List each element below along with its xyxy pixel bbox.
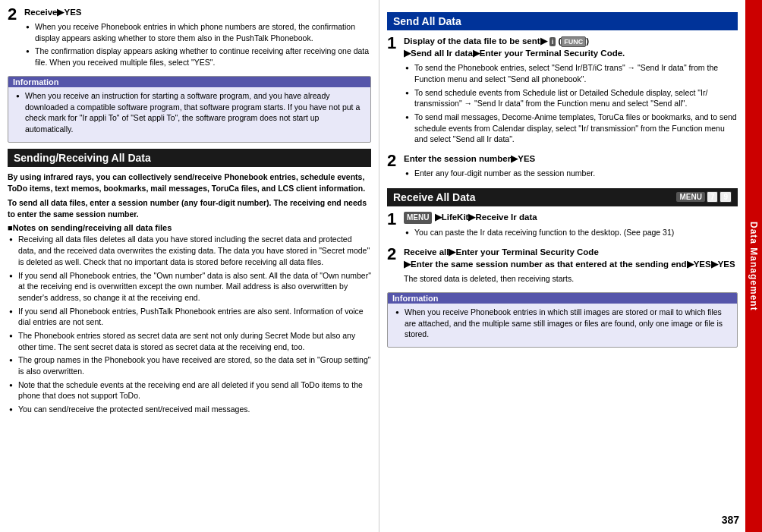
step2-title: Receive▶YES [24,6,371,18]
right-panel: Send All Data 1 Display of the data file… [379,0,762,532]
list-item: When you receive Phonebook entries in wh… [26,21,371,43]
send-step1-content: Display of the data file to be sent▶ i (… [404,35,738,148]
list-item: If you send all Phonebook entries, PushT… [9,306,371,328]
send-step1-bullets: To send the Phonebook entries, select "S… [404,62,738,145]
step2-content: Receive▶YES When you receive Phonebook e… [24,6,371,71]
right-content: Send All Data 1 Display of the data file… [387,12,738,348]
receive-step2-title: Receive all▶Enter your Terminal Security… [404,246,738,270]
menu-icon: MENU [404,212,432,224]
ir-icon: i [549,37,556,47]
step2-bullet-list: When you receive Phonebook entries in wh… [24,21,371,68]
send-step2-title: Enter the session number▶YES [404,153,738,165]
receive-all-header: Receive All Data MENU 7 9 [387,188,738,206]
list-item: When you receive Phonebook entries in wh… [395,307,731,340]
notes-header: ■Notes on sending/receiving all data fil… [8,223,371,232]
receive-step1-content: MENU ▶LifeKit▶Receive Ir data You can pa… [404,211,738,241]
info-box-left: Information When you receive an instruct… [8,76,371,143]
menu-box: MENU [676,192,704,202]
send-step2-number: 2 [387,153,401,169]
num1-box: 7 [707,191,719,203]
list-item: The confirmation display appears asking … [26,46,371,68]
info2-bullet-list: When you receive Phonebook entries in wh… [394,307,731,340]
send-all-header: Send All Data [387,12,738,30]
menu-numbers: MENU 7 9 [676,191,732,203]
send-step2: 2 Enter the session number▶YES Enter any… [387,153,738,182]
left-panel: 2 Receive▶YES When you receive Phonebook… [0,0,379,532]
info-box2-header: Information [388,293,737,304]
step2-number: 2 [8,6,21,23]
receive-step1: 1 MENU ▶LifeKit▶Receive Ir data You can … [387,211,738,241]
list-item: When you receive an instruction for star… [16,90,364,135]
info-bullet-list: When you receive an instruction for star… [14,90,364,135]
receive-step2-content: Receive all▶Enter your Terminal Security… [404,246,738,288]
list-item: The group names in the Phonebook you hav… [9,354,371,376]
list-item: You can paste the Ir data receiving func… [405,227,738,238]
num2-box: 9 [719,191,732,203]
list-item: Receiving all data files deletes all dat… [9,234,371,267]
list-item: To send schedule events from Schedule li… [405,87,738,109]
send-step2-bullets: Enter any four-digit number as the sessi… [404,168,738,179]
sending-section-header: Sending/Receiving All Data [8,149,371,167]
send-step1-title: Display of the data file to be sent▶ i (… [404,35,738,59]
receive-step1-number: 1 [387,211,401,228]
receive-step2-body: The stored data is deleted, then receivi… [404,273,738,285]
page-number: 387 [722,514,739,526]
list-item: To send the Phonebook entries, select "S… [405,62,738,84]
receive-step2-number: 2 [387,246,401,263]
side-label: Data Management [745,0,762,532]
send-step1-number: 1 [387,35,401,52]
receive-step1-title: MENU ▶LifeKit▶Receive Ir data [404,211,738,224]
list-item: Note that the schedule events at the rec… [9,379,371,401]
list-item: Enter any four-digit number as the sessi… [405,168,738,179]
info-box-right: Information When you receive Phonebook e… [387,292,738,348]
receive-step2: 2 Receive all▶Enter your Terminal Securi… [387,246,738,288]
info-box-header: Information [8,77,370,87]
list-item: The Phonebook entries stored as secret d… [9,330,371,352]
list-item: If you send all Phonebook entries, the "… [9,270,371,304]
receive-step1-bullets: You can paste the Ir data receiving func… [404,227,738,238]
list-item: To send mail messages, Decome-Anime temp… [405,112,738,145]
section-body2: To send all data files, enter a session … [8,197,371,220]
section-body1: By using infrared rays, you can collecti… [8,172,371,194]
step2-receive: 2 Receive▶YES When you receive Phonebook… [8,6,371,71]
func-icon: FUNC [561,36,586,48]
send-step1: 1 Display of the data file to be sent▶ i… [387,35,738,148]
list-item: You can send/receive the protected sent/… [9,404,371,415]
send-step2-content: Enter the session number▶YES Enter any f… [404,153,738,182]
notes-bullet-list: Receiving all data files deletes all dat… [8,234,371,414]
